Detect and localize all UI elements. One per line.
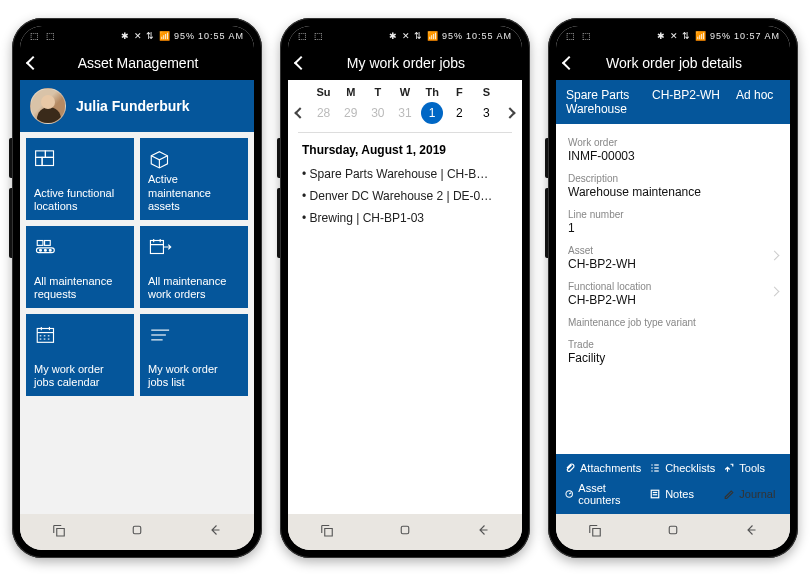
tile-label: My work order jobs list bbox=[148, 363, 240, 391]
phone-3: ⬚ ⬚ ✱ ✕ ⇅ 📶 95% 10:57 AM Work order job … bbox=[548, 18, 798, 558]
status-right: ✱ ✕ ⇅ 📶 95% 10:55 AM bbox=[121, 31, 244, 41]
date-heading: Thursday, August 1, 2019 bbox=[288, 133, 522, 163]
user-banner[interactable]: Julia Funderburk bbox=[20, 80, 254, 132]
svg-point-35 bbox=[566, 491, 572, 497]
list-icon bbox=[148, 322, 240, 348]
next-week-button[interactable] bbox=[500, 109, 520, 117]
conveyor-icon bbox=[34, 234, 126, 260]
svg-rect-36 bbox=[651, 490, 659, 498]
package-icon bbox=[148, 146, 240, 172]
tile-active-maintenance-assets[interactable]: Active maintenance assets bbox=[140, 138, 248, 220]
back-icon[interactable] bbox=[294, 56, 308, 70]
page-title: Work order job details bbox=[584, 55, 764, 71]
tile-active-functional-locations[interactable]: Active functional locations bbox=[26, 138, 134, 220]
back-button[interactable] bbox=[474, 521, 492, 543]
tile-label: Active maintenance assets bbox=[148, 173, 240, 214]
status-bar: ⬚ ⬚ ✱ ✕ ⇅ 📶 95% 10:55 AM bbox=[288, 26, 522, 46]
svg-point-8 bbox=[44, 249, 46, 251]
event-item[interactable]: Brewing | CH-BP1-03 bbox=[302, 207, 508, 229]
calendar-day[interactable]: 30 bbox=[364, 102, 391, 124]
field-functional-location[interactable]: Functional location CH-BP2-WH bbox=[568, 276, 778, 312]
tile-label: All maintenance work orders bbox=[148, 275, 240, 303]
action-tools[interactable]: Tools bbox=[719, 458, 786, 478]
phone-2: ⬚ ⬚ ✱ ✕ ⇅ 📶 95% 10:55 AM My work order j… bbox=[280, 18, 530, 558]
home-button[interactable] bbox=[664, 521, 682, 543]
home-button[interactable] bbox=[128, 521, 146, 543]
field-work-order: Work order INMF-00003 bbox=[568, 132, 778, 168]
back-button[interactable] bbox=[206, 521, 224, 543]
android-nav bbox=[288, 514, 522, 550]
calendar-dow-row: Su M T W Th F S bbox=[288, 80, 522, 100]
app-bar: Work order job details bbox=[556, 46, 790, 80]
action-asset-counters[interactable]: Asset counters bbox=[560, 478, 645, 510]
user-name: Julia Funderburk bbox=[76, 98, 190, 114]
back-icon[interactable] bbox=[562, 56, 576, 70]
header-col-2: CH-BP2-WH bbox=[652, 88, 720, 102]
phone-1: ⬚ ⬚ ✱ ✕ ⇅ 📶 95% 10:55 AM Asset Managemen… bbox=[12, 18, 262, 558]
location-grid-icon bbox=[34, 146, 126, 172]
calendar-day-selected[interactable]: 1 bbox=[421, 102, 443, 124]
svg-rect-3 bbox=[42, 157, 53, 165]
calendar-week-row: 28 29 30 31 1 2 3 bbox=[288, 100, 522, 126]
back-icon[interactable] bbox=[26, 56, 40, 70]
field-maintenance-job-type-variant: Maintenance job type variant bbox=[568, 312, 778, 334]
field-line-number: Line number 1 bbox=[568, 204, 778, 240]
svg-point-9 bbox=[49, 249, 51, 251]
action-journal[interactable]: Journal bbox=[719, 478, 786, 510]
svg-rect-39 bbox=[669, 526, 677, 534]
action-bar: Attachments Checklists Tools Asset count… bbox=[556, 454, 790, 514]
status-bar: ⬚ ⬚ ✱ ✕ ⇅ 📶 95% 10:55 AM bbox=[20, 26, 254, 46]
tile-my-work-order-jobs-calendar[interactable]: My work order jobs calendar bbox=[26, 314, 134, 396]
calendar-icon bbox=[34, 322, 126, 348]
tile-all-maintenance-requests[interactable]: All maintenance requests bbox=[26, 226, 134, 308]
page-title: Asset Management bbox=[48, 55, 228, 71]
event-list: Spare Parts Warehouse | CH-B… Denver DC … bbox=[288, 163, 522, 229]
back-button[interactable] bbox=[742, 521, 760, 543]
svg-rect-1 bbox=[45, 151, 53, 158]
recents-button[interactable] bbox=[50, 521, 68, 543]
action-checklists[interactable]: Checklists bbox=[645, 458, 719, 478]
app-bar: My work order jobs bbox=[288, 46, 522, 80]
recents-button[interactable] bbox=[318, 521, 336, 543]
field-trade: Trade Facility bbox=[568, 334, 778, 370]
svg-rect-2 bbox=[36, 157, 43, 165]
field-description: Description Warehouse maintenance bbox=[568, 168, 778, 204]
tile-label: All maintenance requests bbox=[34, 275, 126, 303]
svg-rect-27 bbox=[133, 526, 141, 534]
tile-grid: Active functional locations Active maint… bbox=[20, 132, 254, 514]
android-nav bbox=[556, 514, 790, 550]
tile-all-maintenance-work-orders[interactable]: All maintenance work orders bbox=[140, 226, 248, 308]
prev-week-button[interactable] bbox=[290, 109, 310, 117]
svg-rect-5 bbox=[45, 241, 51, 246]
action-notes[interactable]: Notes bbox=[645, 478, 719, 510]
page-title: My work order jobs bbox=[316, 55, 496, 71]
event-item[interactable]: Denver DC Warehouse 2 | DE-0… bbox=[302, 185, 508, 207]
svg-point-7 bbox=[40, 249, 42, 251]
svg-rect-28 bbox=[401, 526, 409, 534]
calendar-day[interactable]: 29 bbox=[337, 102, 364, 124]
svg-rect-0 bbox=[36, 151, 46, 158]
calendar-arrow-icon bbox=[148, 234, 240, 260]
detail-header: Spare Parts Warehouse CH-BP2-WH Ad hoc bbox=[556, 80, 790, 124]
status-notif-icons: ⬚ ⬚ bbox=[30, 31, 57, 41]
android-nav bbox=[20, 514, 254, 550]
tile-label: My work order jobs calendar bbox=[34, 363, 126, 391]
header-col-3: Ad hoc bbox=[736, 88, 773, 102]
calendar-day[interactable]: 2 bbox=[446, 102, 473, 124]
app-bar: Asset Management bbox=[20, 46, 254, 80]
header-col-1: Spare Parts Warehouse bbox=[566, 88, 636, 116]
avatar bbox=[30, 88, 66, 124]
home-button[interactable] bbox=[396, 521, 414, 543]
field-asset[interactable]: Asset CH-BP2-WH bbox=[568, 240, 778, 276]
calendar-day[interactable]: 3 bbox=[473, 102, 500, 124]
tile-label: Active functional locations bbox=[34, 187, 126, 215]
action-attachments[interactable]: Attachments bbox=[560, 458, 645, 478]
tile-my-work-order-jobs-list[interactable]: My work order jobs list bbox=[140, 314, 248, 396]
svg-rect-4 bbox=[37, 241, 43, 246]
field-list: Work order INMF-00003 Description Wareho… bbox=[556, 124, 790, 370]
status-bar: ⬚ ⬚ ✱ ✕ ⇅ 📶 95% 10:57 AM bbox=[556, 26, 790, 46]
calendar-day[interactable]: 28 bbox=[310, 102, 337, 124]
event-item[interactable]: Spare Parts Warehouse | CH-B… bbox=[302, 163, 508, 185]
calendar-day[interactable]: 31 bbox=[391, 102, 418, 124]
recents-button[interactable] bbox=[586, 521, 604, 543]
